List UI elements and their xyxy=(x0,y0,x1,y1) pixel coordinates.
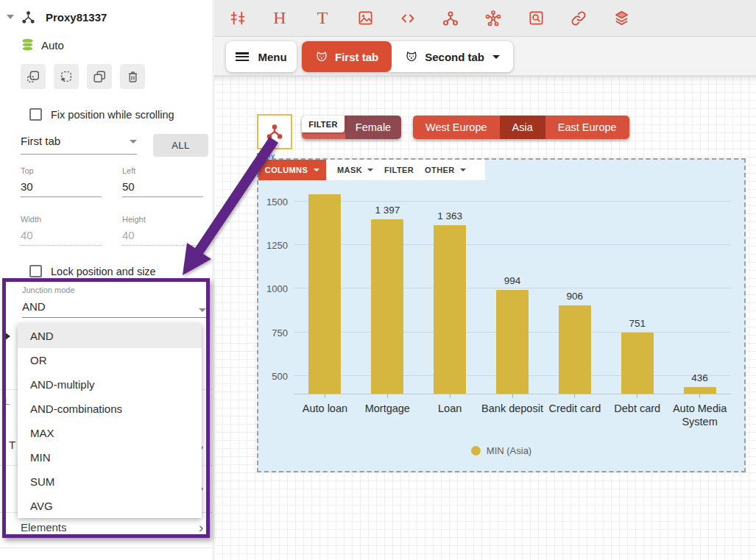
left-field-label: Left xyxy=(122,166,203,175)
bar[interactable] xyxy=(308,194,341,394)
select-frame-button[interactable] xyxy=(21,64,46,89)
chart-legend[interactable]: MIN (Asia) xyxy=(258,445,744,456)
report-canvas[interactable]: Prox… Female FILTER West Europe Asia Eas… xyxy=(214,76,756,560)
region-asia[interactable]: Asia xyxy=(500,116,545,139)
delete-button[interactable] xyxy=(120,64,145,89)
bar[interactable] xyxy=(496,290,529,394)
category-cell: Credit card xyxy=(543,394,606,428)
chart-toolbar: COLUMNS MASK FILTER OTHER xyxy=(258,160,485,180)
chart-widget[interactable]: COLUMNS MASK FILTER OTHER 1 3971 3639949… xyxy=(257,158,746,472)
left-field-value[interactable]: 50 xyxy=(122,180,203,193)
bar-value-label: 1 363 xyxy=(437,210,462,222)
y-axis-tick: 500 xyxy=(261,371,288,382)
heading-icon[interactable]: H xyxy=(267,6,292,31)
region-east-europe[interactable]: East Europe xyxy=(545,116,629,139)
dropdown-option-and-multiply[interactable]: AND-multiply xyxy=(18,372,202,397)
region-west-europe[interactable]: West Europe xyxy=(413,116,500,139)
columns-menu-button[interactable]: COLUMNS xyxy=(258,160,326,180)
expand-triangle-icon[interactable] xyxy=(4,332,10,341)
proxy-icon[interactable] xyxy=(438,6,463,31)
fix-position-row: Fix position while scrolling xyxy=(21,108,174,121)
bar[interactable] xyxy=(371,219,403,394)
height-field-label: Height xyxy=(122,215,203,224)
junction-mode-label: Junction mode xyxy=(22,286,208,294)
legend-label: MIN (Asia) xyxy=(487,445,531,456)
width-field-label: Width xyxy=(21,215,102,224)
chevron-down-icon xyxy=(460,169,466,171)
element-header[interactable]: Proxy81337 xyxy=(0,7,213,26)
duplicate-button[interactable] xyxy=(87,64,112,89)
category-cell: Debt card xyxy=(606,394,668,428)
layers-icon[interactable] xyxy=(609,6,634,31)
bar[interactable] xyxy=(621,333,654,394)
filter-chip[interactable]: FILTER xyxy=(302,116,345,132)
lock-position-row: Lock position and size xyxy=(21,265,156,277)
text-icon[interactable]: T xyxy=(310,6,335,31)
tab-first-label: First tab xyxy=(335,51,378,63)
junction-mode-value: AND xyxy=(22,300,208,313)
all-button[interactable]: ALL xyxy=(153,134,208,157)
hidden-row-l: L xyxy=(4,396,10,407)
elements-section-label[interactable]: Elements xyxy=(21,521,67,534)
image-icon[interactable] xyxy=(353,6,378,31)
bar[interactable] xyxy=(434,225,466,394)
proxy-widget[interactable] xyxy=(257,114,292,149)
top-field-label: Top xyxy=(21,166,102,175)
height-field: Height 40 xyxy=(122,215,203,246)
datasource-label: Auto xyxy=(41,39,64,52)
bar-column: 751 xyxy=(606,180,668,394)
element-title: Proxy81337 xyxy=(46,11,107,24)
chevron-down-icon xyxy=(130,140,137,143)
dropdown-option-avg[interactable]: AVG xyxy=(18,494,202,518)
junction-mode-select[interactable]: Junction mode AND xyxy=(22,286,208,318)
tab-bar: Menu First tab Se xyxy=(214,37,756,76)
code-icon[interactable] xyxy=(395,6,420,31)
filter-menu-button[interactable]: FILTER xyxy=(384,166,414,174)
paste-frame-button[interactable] xyxy=(54,64,79,89)
dropdown-option-and[interactable]: AND xyxy=(18,324,202,348)
bar-value-label: 751 xyxy=(629,318,646,330)
dropdown-option-or[interactable]: OR xyxy=(18,348,202,372)
left-field[interactable]: Left 50 xyxy=(122,166,203,197)
menu-label: Menu xyxy=(258,51,286,63)
menu-button[interactable]: Menu xyxy=(226,41,297,72)
datasource-row[interactable]: Auto xyxy=(21,38,64,52)
tab-select[interactable]: First tab xyxy=(21,135,137,148)
zoom-icon[interactable] xyxy=(523,6,548,31)
proxy-node-icon xyxy=(21,10,35,24)
fix-position-checkbox[interactable] xyxy=(29,108,42,121)
chevron-down-icon xyxy=(367,169,373,171)
tab-select-value: First tab xyxy=(21,135,60,147)
hamburger-icon xyxy=(236,52,249,61)
mask-menu-button[interactable]: MASK xyxy=(337,166,373,174)
lock-position-checkbox[interactable] xyxy=(29,265,42,277)
lock-position-label: Lock position and size xyxy=(51,266,156,277)
category-label: Debt card xyxy=(614,402,660,415)
link-icon[interactable] xyxy=(566,6,591,31)
bar[interactable] xyxy=(684,387,716,394)
bar-value-label: 906 xyxy=(567,291,584,302)
bar-column: 906 xyxy=(543,180,606,394)
filter-value[interactable]: Female xyxy=(345,116,401,139)
chevron-down-icon xyxy=(314,169,319,171)
tune-icon[interactable] xyxy=(225,6,250,31)
chevron-right-icon[interactable]: › xyxy=(199,520,203,536)
dropdown-option-min[interactable]: MIN xyxy=(18,445,202,469)
legend-marker xyxy=(471,446,481,456)
y-axis-tick: 750 xyxy=(261,327,288,339)
tab-first[interactable]: First tab xyxy=(302,41,392,72)
junction-mode-dropdown: AND OR AND-multiply AND-combinations MAX… xyxy=(18,324,202,518)
collapse-caret-icon[interactable] xyxy=(7,15,14,19)
chart-plot: 1 3971 363994906751436 50075010001250150… xyxy=(294,180,731,394)
bar[interactable] xyxy=(559,305,591,394)
category-cell: Loan xyxy=(419,394,481,428)
dropdown-option-sum[interactable]: SUM xyxy=(18,469,202,494)
tab-second[interactable]: Second tab xyxy=(392,41,513,72)
hub-icon[interactable] xyxy=(481,6,506,31)
other-menu-button[interactable]: OTHER xyxy=(425,166,466,174)
top-field-value[interactable]: 30 xyxy=(21,180,102,193)
dropdown-option-and-combinations[interactable]: AND-combinations xyxy=(18,397,202,421)
top-field[interactable]: Top 30 xyxy=(21,166,102,197)
dog-icon xyxy=(405,50,418,63)
dropdown-option-max[interactable]: MAX xyxy=(18,421,202,445)
